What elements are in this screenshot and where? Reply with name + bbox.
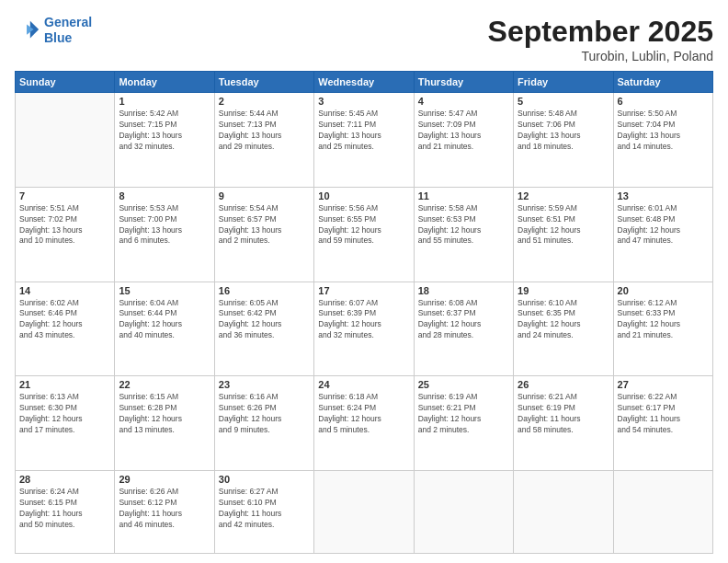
day-number: 18	[418, 285, 509, 296]
day-info: Sunrise: 6:10 AM Sunset: 6:35 PM Dayligh…	[518, 298, 609, 342]
calendar-cell: 10Sunrise: 5:56 AM Sunset: 6:55 PM Dayli…	[314, 187, 414, 282]
day-number: 14	[19, 285, 110, 296]
calendar-cell	[414, 471, 513, 554]
weekday-header-sunday: Sunday	[16, 72, 115, 93]
calendar-cell: 24Sunrise: 6:18 AM Sunset: 6:24 PM Dayli…	[314, 376, 414, 471]
calendar-cell: 11Sunrise: 5:58 AM Sunset: 6:53 PM Dayli…	[414, 187, 513, 282]
calendar-week-2: 7Sunrise: 5:51 AM Sunset: 7:02 PM Daylig…	[16, 187, 713, 282]
day-number: 7	[19, 190, 110, 201]
logo-text: General Blue	[44, 15, 92, 46]
day-info: Sunrise: 6:04 AM Sunset: 6:44 PM Dayligh…	[119, 298, 210, 342]
calendar-cell: 29Sunrise: 6:26 AM Sunset: 6:12 PM Dayli…	[115, 471, 214, 554]
calendar-cell	[613, 471, 712, 554]
day-number: 15	[119, 285, 210, 296]
weekday-header-tuesday: Tuesday	[214, 72, 313, 93]
day-info: Sunrise: 6:13 AM Sunset: 6:30 PM Dayligh…	[19, 392, 110, 436]
weekday-header-thursday: Thursday	[414, 72, 513, 93]
day-info: Sunrise: 6:07 AM Sunset: 6:39 PM Dayligh…	[318, 298, 409, 342]
calendar-cell: 3Sunrise: 5:45 AM Sunset: 7:11 PM Daylig…	[314, 93, 414, 188]
calendar-cell: 5Sunrise: 5:48 AM Sunset: 7:06 PM Daylig…	[514, 93, 613, 188]
calendar-table: SundayMondayTuesdayWednesdayThursdayFrid…	[15, 71, 713, 554]
calendar-cell: 15Sunrise: 6:04 AM Sunset: 6:44 PM Dayli…	[115, 282, 214, 376]
day-number: 13	[618, 190, 709, 201]
day-info: Sunrise: 5:51 AM Sunset: 7:02 PM Dayligh…	[19, 203, 110, 247]
day-info: Sunrise: 5:53 AM Sunset: 7:00 PM Dayligh…	[119, 203, 210, 247]
day-number: 17	[318, 285, 409, 296]
calendar-cell: 2Sunrise: 5:44 AM Sunset: 7:13 PM Daylig…	[214, 93, 313, 188]
calendar-cell: 6Sunrise: 5:50 AM Sunset: 7:04 PM Daylig…	[613, 93, 712, 188]
day-info: Sunrise: 6:19 AM Sunset: 6:21 PM Dayligh…	[418, 392, 509, 436]
calendar-week-5: 28Sunrise: 6:24 AM Sunset: 6:15 PM Dayli…	[16, 471, 713, 554]
weekday-header-wednesday: Wednesday	[314, 72, 414, 93]
day-info: Sunrise: 6:08 AM Sunset: 6:37 PM Dayligh…	[418, 298, 509, 342]
calendar-cell	[514, 471, 613, 554]
calendar-cell: 8Sunrise: 5:53 AM Sunset: 7:00 PM Daylig…	[115, 187, 214, 282]
day-number: 1	[119, 96, 210, 107]
day-number: 27	[618, 379, 709, 390]
day-info: Sunrise: 6:02 AM Sunset: 6:46 PM Dayligh…	[19, 298, 110, 342]
logo: General Blue	[15, 15, 92, 46]
day-info: Sunrise: 6:01 AM Sunset: 6:48 PM Dayligh…	[618, 203, 709, 247]
day-number: 22	[119, 379, 210, 390]
calendar-week-3: 14Sunrise: 6:02 AM Sunset: 6:46 PM Dayli…	[16, 282, 713, 376]
day-info: Sunrise: 5:59 AM Sunset: 6:51 PM Dayligh…	[518, 203, 609, 247]
page: General Blue September 2025 Turobin, Lub…	[0, 0, 728, 563]
day-number: 4	[418, 96, 509, 107]
day-info: Sunrise: 6:22 AM Sunset: 6:17 PM Dayligh…	[618, 392, 709, 436]
day-info: Sunrise: 6:16 AM Sunset: 6:26 PM Dayligh…	[219, 392, 310, 436]
calendar-cell: 9Sunrise: 5:54 AM Sunset: 6:57 PM Daylig…	[214, 187, 313, 282]
calendar-cell: 12Sunrise: 5:59 AM Sunset: 6:51 PM Dayli…	[514, 187, 613, 282]
day-info: Sunrise: 5:50 AM Sunset: 7:04 PM Dayligh…	[618, 109, 709, 153]
calendar-cell: 7Sunrise: 5:51 AM Sunset: 7:02 PM Daylig…	[16, 187, 115, 282]
day-info: Sunrise: 6:18 AM Sunset: 6:24 PM Dayligh…	[318, 392, 409, 436]
day-number: 5	[518, 96, 609, 107]
day-number: 21	[19, 379, 110, 390]
title-block: September 2025 Turobin, Lublin, Poland	[488, 15, 713, 63]
day-info: Sunrise: 5:44 AM Sunset: 7:13 PM Dayligh…	[219, 109, 310, 153]
day-number: 8	[119, 190, 210, 201]
header: General Blue September 2025 Turobin, Lub…	[15, 15, 713, 63]
day-number: 10	[318, 190, 409, 201]
calendar-cell: 16Sunrise: 6:05 AM Sunset: 6:42 PM Dayli…	[214, 282, 313, 376]
day-number: 25	[418, 379, 509, 390]
day-info: Sunrise: 5:56 AM Sunset: 6:55 PM Dayligh…	[318, 203, 409, 247]
day-number: 16	[219, 285, 310, 296]
day-info: Sunrise: 5:54 AM Sunset: 6:57 PM Dayligh…	[219, 203, 310, 247]
day-info: Sunrise: 6:27 AM Sunset: 6:10 PM Dayligh…	[219, 487, 310, 531]
day-number: 19	[518, 285, 609, 296]
calendar-cell: 19Sunrise: 6:10 AM Sunset: 6:35 PM Dayli…	[514, 282, 613, 376]
day-number: 30	[219, 474, 310, 485]
day-info: Sunrise: 6:12 AM Sunset: 6:33 PM Dayligh…	[618, 298, 709, 342]
day-number: 24	[318, 379, 409, 390]
day-number: 3	[318, 96, 409, 107]
calendar-cell: 21Sunrise: 6:13 AM Sunset: 6:30 PM Dayli…	[16, 376, 115, 471]
day-info: Sunrise: 6:05 AM Sunset: 6:42 PM Dayligh…	[219, 298, 310, 342]
day-number: 6	[618, 96, 709, 107]
calendar-cell: 28Sunrise: 6:24 AM Sunset: 6:15 PM Dayli…	[16, 471, 115, 554]
calendar-cell: 30Sunrise: 6:27 AM Sunset: 6:10 PM Dayli…	[214, 471, 313, 554]
location: Turobin, Lublin, Poland	[488, 49, 713, 63]
day-info: Sunrise: 5:48 AM Sunset: 7:06 PM Dayligh…	[518, 109, 609, 153]
calendar-week-4: 21Sunrise: 6:13 AM Sunset: 6:30 PM Dayli…	[16, 376, 713, 471]
day-info: Sunrise: 5:45 AM Sunset: 7:11 PM Dayligh…	[318, 109, 409, 153]
weekday-header-row: SundayMondayTuesdayWednesdayThursdayFrid…	[16, 72, 713, 93]
calendar-cell: 25Sunrise: 6:19 AM Sunset: 6:21 PM Dayli…	[414, 376, 513, 471]
day-number: 28	[19, 474, 110, 485]
day-number: 29	[119, 474, 210, 485]
month-title: September 2025	[488, 15, 713, 49]
calendar-cell: 17Sunrise: 6:07 AM Sunset: 6:39 PM Dayli…	[314, 282, 414, 376]
day-number: 20	[618, 285, 709, 296]
calendar-cell: 27Sunrise: 6:22 AM Sunset: 6:17 PM Dayli…	[613, 376, 712, 471]
day-info: Sunrise: 5:58 AM Sunset: 6:53 PM Dayligh…	[418, 203, 509, 247]
weekday-header-saturday: Saturday	[613, 72, 712, 93]
calendar-cell	[314, 471, 414, 554]
day-number: 26	[518, 379, 609, 390]
day-number: 2	[219, 96, 310, 107]
calendar-cell: 13Sunrise: 6:01 AM Sunset: 6:48 PM Dayli…	[613, 187, 712, 282]
calendar-week-1: 1Sunrise: 5:42 AM Sunset: 7:15 PM Daylig…	[16, 93, 713, 188]
day-info: Sunrise: 6:15 AM Sunset: 6:28 PM Dayligh…	[119, 392, 210, 436]
calendar-cell: 20Sunrise: 6:12 AM Sunset: 6:33 PM Dayli…	[613, 282, 712, 376]
day-info: Sunrise: 6:24 AM Sunset: 6:15 PM Dayligh…	[19, 487, 110, 531]
day-number: 12	[518, 190, 609, 201]
weekday-header-friday: Friday	[514, 72, 613, 93]
